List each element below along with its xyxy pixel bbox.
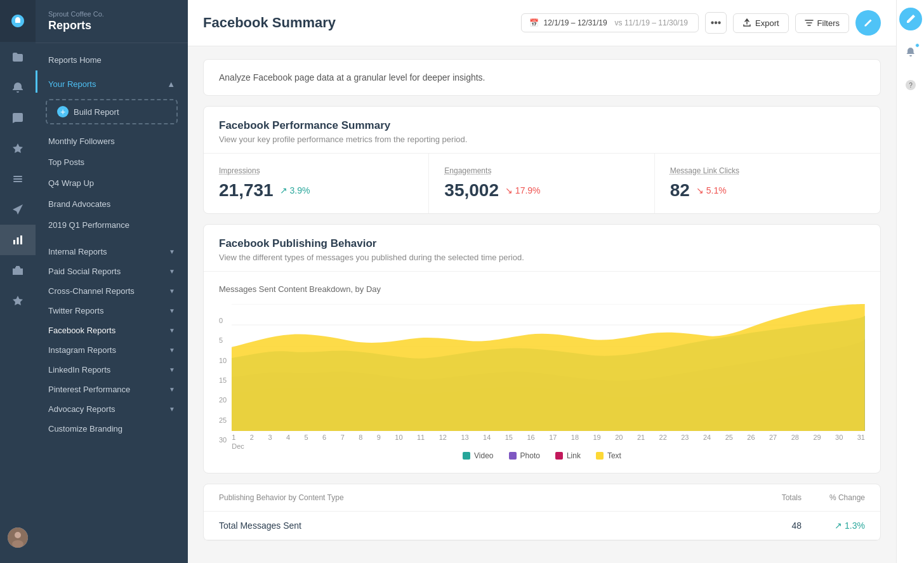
x-label-5: 5: [305, 434, 308, 441]
filters-label: Filters: [817, 18, 840, 28]
chart-body: 1 2 3 4 5 6 7 8 9 10 11 12 13: [232, 304, 865, 444]
svg-rect-2: [13, 181, 22, 182]
x-label-16: 16: [527, 434, 534, 441]
x-axis: 1 2 3 4 5 6 7 8 9 10 11 12 13: [232, 431, 865, 441]
pinterest-label: Pinterest Performance: [48, 385, 130, 394]
sidebar-company: Sprout Coffee Co.: [48, 10, 175, 18]
sidebar-group-advocacy[interactable]: Advocacy Reports ▼: [36, 398, 188, 418]
chart-svg: [232, 304, 865, 431]
x-label-4: 4: [286, 434, 290, 441]
build-report-button[interactable]: + Build Report: [46, 99, 178, 124]
sidebar-item-reports-home[interactable]: Reports Home: [36, 50, 188, 70]
sidebar-group-cross-channel[interactable]: Cross-Channel Reports ▼: [36, 280, 188, 300]
sidebar-group-instagram[interactable]: Instagram Reports ▼: [36, 339, 188, 359]
x-label-7: 7: [341, 434, 345, 441]
reports-home-label: Reports Home: [48, 55, 102, 65]
sidebar-item-monthly-followers[interactable]: Monthly Followers: [36, 131, 188, 152]
sidebar-group-facebook[interactable]: Facebook Reports ▼: [36, 319, 188, 339]
nav-message-icon[interactable]: [0, 103, 36, 133]
photo-legend-dot: [509, 452, 517, 460]
sidebar-item-q4-wrapup[interactable]: Q4 Wrap Up: [36, 173, 188, 194]
nav-chart-icon[interactable]: [0, 225, 36, 255]
link-legend-dot: [555, 452, 563, 460]
svg-text:?: ?: [909, 82, 913, 89]
sidebar-group-branding[interactable]: Customize Branding: [36, 418, 188, 437]
facebook-reports-label: Facebook Reports: [48, 326, 116, 335]
export-icon: [742, 18, 751, 27]
app-logo[interactable]: [0, 0, 36, 42]
sidebar-item-brand-advocates[interactable]: Brand Advocates: [36, 194, 188, 215]
notification-badge: [915, 43, 920, 48]
right-bar-edit[interactable]: [899, 8, 922, 30]
sidebar-group-linkedin[interactable]: LinkedIn Reports ▼: [36, 359, 188, 378]
nav-alert-icon[interactable]: [0, 72, 36, 103]
svg-point-8: [12, 540, 23, 548]
nav-folder-icon[interactable]: [0, 42, 36, 72]
legend-link: Link: [555, 451, 581, 460]
engagements-value: 35,002 ↘ 17.9%: [444, 180, 638, 201]
nav-star-icon[interactable]: [0, 286, 36, 316]
filters-button[interactable]: Filters: [795, 13, 849, 33]
nav-pin-icon[interactable]: [0, 133, 36, 164]
x-label-26: 26: [747, 434, 755, 441]
twitter-reports-label: Twitter Reports: [48, 306, 103, 315]
sidebar-title: Reports: [48, 19, 175, 32]
nav-briefcase-icon[interactable]: [0, 255, 36, 286]
top-posts-label: Top Posts: [48, 157, 84, 167]
sidebar-group-internal[interactable]: Internal Reports ▼: [36, 241, 188, 260]
sidebar-group-twitter[interactable]: Twitter Reports ▼: [36, 300, 188, 319]
date-range-button[interactable]: 📅 12/1/19 – 12/31/19 vs 11/1/19 – 11/30/…: [521, 13, 699, 32]
sidebar-group-pinterest[interactable]: Pinterest Performance ▼: [36, 378, 188, 398]
nav-list-icon[interactable]: [0, 164, 36, 194]
q4-wrapup-label: Q4 Wrap Up: [48, 178, 94, 188]
video-legend-dot: [463, 452, 470, 460]
x-label-1: 1: [232, 434, 235, 441]
twitter-chevron: ▼: [169, 307, 175, 314]
more-options-button[interactable]: •••: [705, 12, 727, 34]
sidebar-group-paid-social[interactable]: Paid Social Reports ▼: [36, 260, 188, 280]
plus-icon: +: [57, 106, 69, 117]
help-icon: ?: [905, 79, 916, 91]
table-header-row: Publishing Behavior by Content Type Tota…: [204, 484, 880, 512]
info-card: Analyze Facebook page data at a granular…: [203, 59, 881, 96]
performance-summary-title: Facebook Performance Summary: [219, 119, 865, 132]
sidebar-item-top-posts[interactable]: Top Posts: [36, 152, 188, 173]
page-title: Facebook Summary: [203, 15, 336, 31]
x-label-2: 2: [250, 434, 254, 441]
internal-chevron: ▼: [169, 248, 175, 255]
x-label-9: 9: [377, 434, 381, 441]
x-label-30: 30: [835, 434, 843, 441]
nav-send-icon[interactable]: [0, 194, 36, 225]
pinterest-chevron: ▼: [169, 386, 175, 393]
paid-social-label: Paid Social Reports: [48, 267, 121, 276]
user-avatar[interactable]: [8, 527, 28, 548]
x-label-27: 27: [769, 434, 777, 441]
edit-button[interactable]: [855, 10, 881, 36]
right-bar-bell[interactable]: [899, 41, 922, 63]
x-label-12: 12: [439, 434, 447, 441]
your-reports-section[interactable]: Your Reports ▲: [36, 70, 188, 93]
x-label-28: 28: [791, 434, 799, 441]
sidebar-item-2019-q1[interactable]: 2019 Q1 Performance: [36, 215, 188, 235]
right-bar-help[interactable]: ?: [899, 74, 922, 96]
pencil-icon: [905, 13, 916, 25]
icon-bar: [0, 0, 36, 563]
sidebar-header: Sprout Coffee Co. Reports: [36, 0, 188, 43]
x-label-8: 8: [359, 434, 362, 441]
x-label-31: 31: [857, 434, 865, 441]
export-button[interactable]: Export: [733, 13, 789, 33]
instagram-chevron: ▼: [169, 347, 175, 354]
link-clicks-value: 82 ↘ 5.1%: [670, 180, 865, 201]
topbar-actions: 📅 12/1/19 – 12/31/19 vs 11/1/19 – 11/30/…: [521, 10, 881, 36]
edit-icon: [863, 18, 873, 28]
engagements-number: 35,002: [444, 180, 499, 201]
impressions-label[interactable]: Impressions: [219, 166, 413, 175]
x-label-11: 11: [417, 434, 425, 441]
row-total-messages-total: 48: [738, 520, 802, 531]
x-label-15: 15: [505, 434, 513, 441]
engagements-label[interactable]: Engagements: [444, 166, 638, 175]
metrics-row: Impressions 21,731 ↗ 3.9% Engagements 35…: [204, 154, 880, 213]
link-clicks-label[interactable]: Message Link Clicks: [670, 166, 865, 175]
customize-branding-label: Customize Branding: [48, 424, 122, 434]
monthly-followers-label: Monthly Followers: [48, 136, 115, 146]
